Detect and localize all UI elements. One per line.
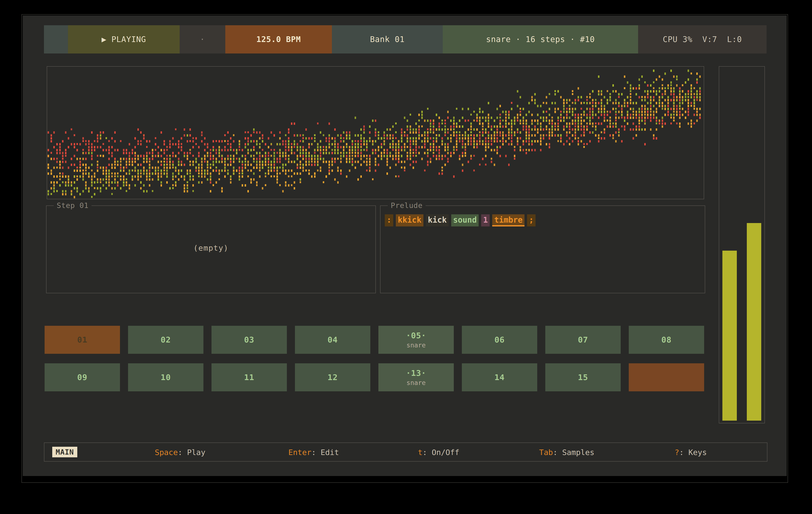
hint-space: Space: Play bbox=[155, 448, 205, 457]
step-empty-placeholder: (empty) bbox=[47, 244, 375, 252]
hint-desc: : Keys bbox=[679, 448, 707, 457]
step-cell-sample-name: snare bbox=[406, 379, 426, 387]
hint-tab: Tab: Samples bbox=[539, 448, 594, 457]
hint-key: Space bbox=[155, 448, 178, 457]
keybind-hint-bar: MAIN Space: PlayEnter: Editt: On/OffTab:… bbox=[44, 443, 767, 461]
statusbar-segment-pad bbox=[44, 25, 68, 54]
step-cell-label: 09 bbox=[77, 373, 87, 382]
step-cell-label: 07 bbox=[578, 335, 588, 344]
step-cell-label: 01 bbox=[77, 335, 87, 344]
step-cell-8[interactable]: 08 bbox=[629, 326, 704, 354]
hint-key: ? bbox=[675, 448, 679, 457]
step-cell-12[interactable]: 12 bbox=[295, 363, 370, 391]
status-bar: ▶ PLAYING·125.0 BPMBank 01snare · 16 ste… bbox=[44, 25, 766, 54]
statusbar-segment-bank: Bank 01 bbox=[332, 25, 443, 54]
prelude-token-kkick[interactable]: kkick bbox=[396, 214, 423, 226]
hint-t: t: On/Off bbox=[418, 448, 459, 457]
step-cell-label: 04 bbox=[328, 335, 338, 344]
step-cell-11[interactable]: 11 bbox=[211, 363, 287, 391]
hint-enter: Enter: Edit bbox=[288, 448, 339, 457]
step-cell-10[interactable]: 10 bbox=[128, 363, 203, 391]
mode-badge: MAIN bbox=[52, 447, 77, 457]
step-cell-label: ·13· bbox=[406, 368, 426, 378]
step-cell-label: 15 bbox=[578, 373, 588, 382]
hint-desc: : Samples bbox=[553, 448, 594, 457]
level-meter-right bbox=[747, 223, 761, 421]
step-cell-sample-name: snare bbox=[406, 341, 426, 349]
app-screen: ▶ PLAYING·125.0 BPMBank 01snare · 16 ste… bbox=[0, 0, 812, 514]
scatter-visualization-canvas bbox=[47, 67, 704, 199]
step-cell-2[interactable]: 02 bbox=[128, 326, 203, 354]
hint-key: Enter bbox=[288, 448, 311, 457]
prelude-editor-panel[interactable]: Prelude :kkickkicksound1timbre; bbox=[380, 205, 705, 293]
step-cell-4[interactable]: 04 bbox=[295, 326, 370, 354]
step-cell-7[interactable]: 07 bbox=[545, 326, 621, 354]
step-cell-label: 02 bbox=[161, 335, 171, 344]
statusbar-segment-stats: CPU 3% V:7 L:0 bbox=[638, 25, 766, 54]
step-cell-label: 06 bbox=[495, 335, 505, 344]
step-cell-label: 14 bbox=[495, 373, 505, 382]
step-cell-14[interactable]: 14 bbox=[462, 363, 537, 391]
prelude-token-punct6[interactable]: ; bbox=[527, 214, 535, 226]
prelude-token-1[interactable]: 1 bbox=[481, 214, 490, 226]
statusbar-segment-transport: ▶ PLAYING bbox=[68, 25, 180, 54]
hint-desc: : On/Off bbox=[423, 448, 459, 457]
step-cell-13[interactable]: ·13·snare bbox=[378, 363, 454, 391]
prelude-token-punct0[interactable]: : bbox=[385, 214, 393, 226]
step-cell-9[interactable]: 09 bbox=[45, 363, 120, 391]
statusbar-segment-separator: · bbox=[180, 25, 225, 54]
statusbar-segment-track-info: snare · 16 steps · #10 bbox=[443, 25, 638, 54]
step-cell-label: 03 bbox=[244, 335, 254, 344]
hint-desc: : Play bbox=[178, 448, 205, 457]
prelude-token-timbre[interactable]: timbre bbox=[492, 214, 524, 226]
step-cell-label: ·05· bbox=[406, 331, 426, 340]
hint-desc: : Edit bbox=[311, 448, 339, 457]
app-window: ▶ PLAYING·125.0 BPMBank 01snare · 16 ste… bbox=[22, 14, 788, 483]
step-cell-1[interactable]: 01 bbox=[45, 326, 120, 354]
step-cell-15[interactable]: 15 bbox=[545, 363, 621, 391]
level-meters-panel bbox=[719, 66, 765, 423]
hint-help: ?: Keys bbox=[675, 448, 707, 457]
step-cell-3[interactable]: 03 bbox=[211, 326, 287, 354]
prelude-token-kick[interactable]: kick bbox=[426, 214, 449, 226]
pattern-visualizer-panel bbox=[47, 66, 704, 199]
step-cell-label: 12 bbox=[328, 373, 338, 382]
step-cell-label: 10 bbox=[161, 373, 171, 382]
step-cell-label: 08 bbox=[662, 335, 672, 344]
step-cell-6[interactable]: 06 bbox=[462, 326, 537, 354]
hint-key: Tab bbox=[539, 448, 553, 457]
step-cell-16[interactable] bbox=[629, 363, 704, 391]
step-cell-label: 11 bbox=[244, 373, 254, 382]
step-cell-5[interactable]: ·05·snare bbox=[378, 326, 454, 354]
level-meter-left bbox=[722, 251, 737, 421]
statusbar-segment-bpm: 125.0 BPM bbox=[225, 25, 332, 54]
step-panel-title: Step 01 bbox=[54, 201, 91, 210]
prelude-token-sound[interactable]: sound bbox=[451, 214, 478, 226]
app-content: ▶ PLAYING·125.0 BPMBank 01snare · 16 ste… bbox=[23, 16, 787, 476]
prelude-panel-title: Prelude bbox=[388, 201, 426, 210]
prelude-code-line[interactable]: :kkickkicksound1timbre; bbox=[385, 214, 535, 226]
hint-key: t bbox=[418, 448, 423, 457]
step-detail-panel: Step 01 (empty) bbox=[46, 205, 376, 293]
